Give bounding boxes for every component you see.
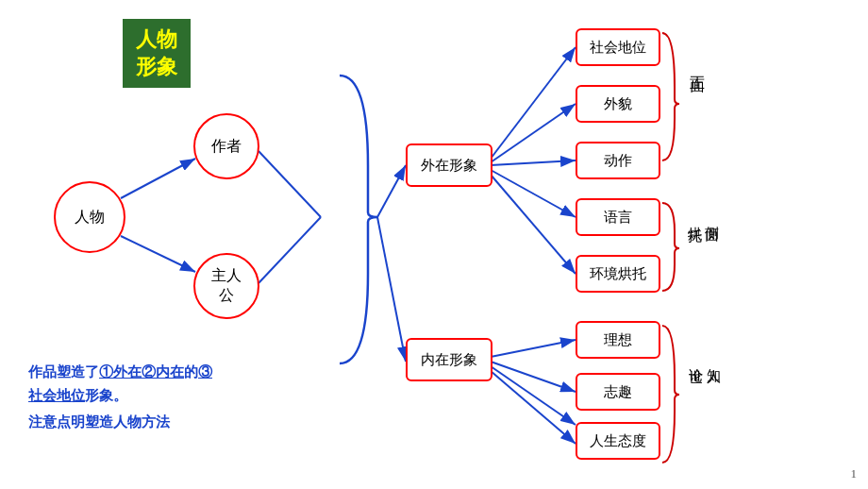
- rect-huanjinghongtuo: 环境烘托: [576, 255, 660, 293]
- rect-neixinxingxiang: 内在形象: [406, 338, 492, 381]
- svg-line-13: [491, 362, 576, 392]
- rect-zhiqu-label: 志趣: [604, 383, 632, 401]
- circle-zhurengong: 主人公: [193, 253, 259, 319]
- rect-waomao-label: 外貌: [604, 95, 632, 113]
- svg-line-4: [259, 217, 321, 283]
- svg-line-8: [491, 104, 576, 162]
- rect-shehuidiwei-label: 社会地位: [590, 39, 646, 57]
- title-line2: 形象: [136, 55, 177, 78]
- main-canvas: 人物 形象 人物 作者 主人公 外在形象 内在形象 社会地位 外貌 动作 语言 …: [0, 0, 868, 489]
- brace-label-cemiankongtuo: 侧面烘托: [687, 215, 721, 219]
- title-box: 人物 形象: [123, 19, 191, 88]
- rect-lixiang-label: 理想: [604, 331, 632, 349]
- brace-label-zhirenlunshe: 知人论世: [687, 357, 723, 361]
- rect-dongzuo-label: 动作: [604, 152, 632, 170]
- circle-renwu: 人物: [54, 181, 125, 253]
- rect-renshengaidu-label: 人生态度: [590, 432, 646, 450]
- title-line1: 人物: [136, 27, 177, 51]
- svg-line-5: [377, 165, 406, 217]
- svg-line-10: [491, 170, 576, 217]
- bottom-text-1: 作品塑造了①外在②内在的③: [28, 363, 212, 381]
- svg-line-11: [491, 175, 576, 274]
- rect-yuyan: 语言: [576, 198, 660, 236]
- svg-line-7: [491, 47, 576, 159]
- rect-neixinxingxiang-label: 内在形象: [421, 351, 477, 369]
- bottom-text-3: 注意点明塑造人物方法: [28, 413, 170, 431]
- svg-line-12: [491, 340, 576, 357]
- svg-line-6: [377, 217, 406, 362]
- brace-label-zhengmian: 正面: [687, 64, 707, 70]
- rect-zhiqu: 志趣: [576, 373, 660, 411]
- rect-yuyan-label: 语言: [604, 209, 632, 227]
- circle-renwu-label: 人物: [75, 208, 105, 228]
- rect-dongzuo: 动作: [576, 142, 660, 179]
- rect-shehuidiwei: 社会地位: [576, 28, 660, 66]
- rect-waizaixingxiang-label: 外在形象: [421, 157, 477, 175]
- svg-line-14: [491, 366, 576, 425]
- bottom-text-2: 社会地位形象。: [28, 387, 127, 405]
- rect-huanjinghongtuo-label: 环境烘托: [590, 265, 646, 283]
- rect-renshengaidu: 人生态度: [576, 422, 660, 460]
- svg-line-2: [121, 236, 195, 272]
- circle-zuozhe: 作者: [193, 113, 259, 179]
- rect-waomao: 外貌: [576, 85, 660, 123]
- svg-line-9: [491, 160, 576, 165]
- svg-line-1: [121, 159, 195, 198]
- rect-lixiang: 理想: [576, 321, 660, 359]
- circle-zhurengong-label: 主人公: [211, 266, 242, 306]
- svg-line-15: [491, 371, 576, 444]
- circle-zuozhe-label: 作者: [211, 137, 242, 157]
- rect-waizaixingxiang: 外在形象: [406, 143, 492, 187]
- svg-line-3: [259, 151, 321, 217]
- page-number: 1: [851, 466, 858, 481]
